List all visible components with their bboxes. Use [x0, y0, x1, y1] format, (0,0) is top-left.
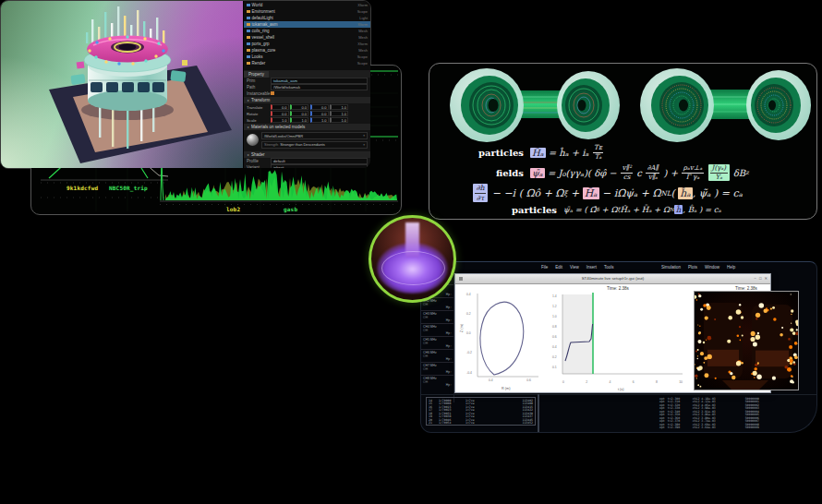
materials-section-header[interactable]: Materials on selected models [244, 124, 370, 130]
prim-info-row: Prim tokamak_asm [244, 78, 370, 84]
transform-rows: Translate 0.0 0.0 0.0 1.0 Rotate 0.0 0.0… [244, 104, 370, 123]
chevron-down-icon: ▾ [363, 134, 365, 138]
prim-type: Scope [357, 61, 368, 66]
stage-tree-row[interactable]: vessel_shell Mesh [244, 34, 370, 41]
y-field[interactable]: 1.0 [290, 117, 308, 123]
shader-rows: Profile default Variant inherit [244, 158, 370, 169]
viewport-3d[interactable] [1, 1, 243, 168]
z-field[interactable]: 1.0 [310, 117, 329, 123]
field-label: Instanceable [247, 91, 269, 96]
menu-item[interactable]: Simulation [661, 265, 681, 270]
trace-xticks: 0246810 [562, 381, 683, 384]
window-control-button[interactable]: □ [759, 274, 762, 283]
menu-item[interactable]: Edit [555, 265, 562, 270]
transform-row: Rotate 0.0 0.0 0.0 1.0 [247, 111, 368, 116]
z-field[interactable]: 0.0 [310, 104, 329, 110]
menu-item[interactable]: Help [727, 265, 735, 270]
z-field[interactable]: 0.0 [310, 111, 329, 116]
window-titlebar[interactable]: ST40minute live setup/r1r-gui (out) −□✕ [455, 274, 770, 284]
shader-row: Variant inherit [244, 164, 370, 169]
x-field[interactable]: 0.0 [271, 111, 289, 116]
menu-group-left: FileEditViewInsertTools [541, 265, 614, 270]
stage-tree-row[interactable]: ports_grp Xform [244, 41, 370, 47]
material-path-field[interactable]: /World/Looks/OmniPBR ▾ [261, 132, 368, 139]
prim-type: Xform [357, 3, 368, 7]
equation-term: − −i ( Ωô + Ω [489, 187, 563, 199]
prim-icon [247, 4, 250, 7]
stage-tree-row[interactable]: World Xform [244, 2, 370, 8]
w-field[interactable]: 1.0 [330, 117, 348, 123]
prim-name: Render [252, 61, 356, 66]
equation-term: ĥₐ [678, 187, 692, 199]
trace-plot: Time: 2.38s 1.41.21.00.80.60.40.20.1 024… [548, 286, 688, 391]
tokamak-viz-right [640, 68, 811, 142]
window-title: ST40minute live setup/r1r-gui (out) [455, 274, 770, 283]
transform-section-header[interactable]: Transform [244, 97, 370, 103]
prim-name: plasma_core [252, 48, 357, 53]
prim-name: vessel_shell [252, 35, 357, 40]
tick-label: 6 [633, 381, 635, 384]
stage-tree-row[interactable]: Render Scope [244, 60, 370, 66]
stage-tree-row[interactable]: Looks Scope [244, 54, 370, 60]
equation-term: v∥²cs [621, 164, 633, 181]
stage-tree-row[interactable]: defaultLight Light [244, 15, 370, 21]
viewport-panel: World Xform Environment Scope defaultLig… [0, 0, 371, 169]
menu-item[interactable]: View [570, 265, 579, 270]
tokamak-model [1, 1, 243, 168]
equation-term: ) + [660, 168, 681, 178]
window-control-button[interactable]: ✕ [764, 274, 768, 283]
window-control-button[interactable]: − [755, 274, 756, 283]
material-strength-field[interactable]: Strength Stronger than Descendants ▾ [261, 141, 368, 149]
prim-name: defaultLight [252, 16, 358, 20]
signal-label: NBC50R_trip [109, 185, 148, 191]
trace-xlabel: t (s) [618, 388, 624, 391]
shader-section-header[interactable]: Shader [244, 151, 370, 158]
equation-term: = ĥₐ + iₐ [546, 148, 592, 158]
monitor-panel: FileEditViewInsertTools SimulationPlotsW… [420, 261, 817, 433]
x-field[interactable]: 1.0 [271, 117, 289, 123]
prim-type: Xform [357, 42, 368, 46]
equation-term: + Ω [599, 205, 618, 214]
property-tab[interactable]: Property [244, 70, 370, 78]
menu-group-right: SimulationPlotsWindowHelp [661, 265, 735, 270]
x-field[interactable]: 0.0 [271, 104, 289, 110]
window-body: 0.40.20.0-0.2-0.4 0.40.6 Z (m) R (m) Tim… [455, 284, 770, 393]
stage-tree-row[interactable]: plasma_core Mesh [244, 47, 370, 54]
tick-label: 4 [609, 381, 610, 384]
prim-icon [247, 42, 250, 46]
menu-item[interactable]: Tools [604, 265, 614, 270]
y-field[interactable]: 0.0 [290, 111, 308, 116]
dropdown-value[interactable]: inherit [271, 164, 368, 169]
equation-term: δB [731, 168, 746, 178]
menu-item[interactable]: Window [705, 265, 719, 270]
equation-term: ρₐv⊥ₐΓ γₐ [682, 164, 704, 181]
stage-tree-row[interactable]: coils_ring Mesh [244, 28, 370, 34]
w-field[interactable]: 1.0 [330, 104, 348, 110]
equation-term: ψ̄ₐ = ( Ω̂ [563, 205, 597, 214]
w-field[interactable]: 1.0 [330, 111, 348, 116]
gui-window: ST40minute live setup/r1r-gui (out) −□✕ … [454, 273, 771, 393]
stage-tree-row[interactable]: Environment Scope [244, 8, 370, 15]
channel-value: Hp : [446, 331, 452, 335]
channel-value: Hp : [446, 293, 452, 296]
menu-item[interactable]: Insert [586, 265, 597, 270]
field-value[interactable]: /World/tokamak [271, 84, 368, 90]
menu-item[interactable]: File [541, 265, 548, 270]
equation-term: z [745, 169, 748, 176]
menu-item[interactable]: Plots [688, 265, 697, 270]
trace-yticks: 1.41.21.00.80.60.40.20.1 [552, 295, 557, 369]
terminal-cell: 50000009 [745, 426, 759, 429]
stage-tree-row[interactable]: tokamak_asm Xform [244, 21, 370, 28]
boundary-ylabel: Z (m) [460, 324, 464, 332]
checkbox[interactable] [271, 91, 274, 95]
equation-term: NL [661, 189, 671, 198]
y-field[interactable]: 0.0 [290, 104, 308, 110]
prim-icon [247, 55, 250, 59]
menu-bar: FileEditViewInsertTools SimulationPlotsW… [421, 264, 816, 272]
prim-icon [247, 49, 250, 53]
fieldline-visualizations [429, 66, 816, 144]
dropdown-value[interactable]: default [271, 158, 368, 164]
field-value[interactable]: tokamak_asm [271, 78, 368, 84]
tick-label: 0.4 [489, 379, 493, 382]
equation-row: particlesψ̄ₐ = ( Ω̂δ + ΩξĤₐ + H̄ₐ + ΩNĥ,… [435, 202, 812, 217]
